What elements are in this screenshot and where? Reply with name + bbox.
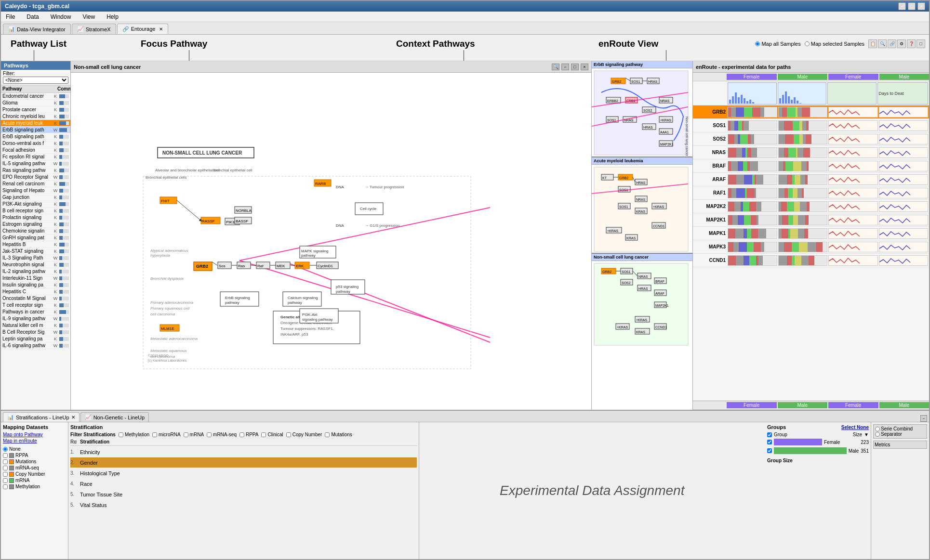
- pathway-item-22[interactable]: Hepatitis B K: [1, 241, 70, 248]
- tool-icon-5[interactable]: ❓: [907, 39, 916, 48]
- pathway-item-28[interactable]: Insulin signaling pa K: [1, 282, 70, 288]
- pathway-item-0[interactable]: Endometrial cancer K: [1, 93, 70, 100]
- separator-option[interactable]: Separator: [875, 431, 925, 437]
- ds-mrnaseq-check[interactable]: [3, 466, 8, 470]
- tool-icon-3[interactable]: 🔗: [888, 39, 896, 48]
- filter-mutations[interactable]: Mutations: [325, 432, 352, 437]
- tool-icon-2[interactable]: 🔍: [878, 39, 887, 48]
- filter-select[interactable]: <None>: [3, 77, 68, 84]
- ds-mutations-check[interactable]: [3, 459, 8, 464]
- pathway-item-1[interactable]: Glioma K: [1, 100, 70, 106]
- filter-mrnaseq[interactable]: mRNA-seq: [207, 432, 237, 437]
- serie-combine-radio[interactable]: [875, 427, 880, 431]
- pathway-item-24[interactable]: IL-3 Signaling Path W: [1, 255, 70, 261]
- menu-file[interactable]: File: [3, 13, 18, 21]
- filter-copynumber[interactable]: Copy Number: [286, 432, 322, 437]
- strat-tab-close[interactable]: ✕: [71, 415, 75, 420]
- sort-size-icon[interactable]: ▼: [864, 432, 869, 437]
- pathway-item-10[interactable]: IL-5 signaling pathw W: [1, 160, 70, 167]
- ds-methylation-check[interactable]: [3, 484, 8, 489]
- pathway-item-25[interactable]: Neurotrophin signal K: [1, 261, 70, 268]
- menu-data[interactable]: Data: [24, 13, 41, 21]
- pathway-item-31[interactable]: T cell receptor sign K: [1, 302, 70, 309]
- tool-icon-1[interactable]: 📋: [868, 39, 877, 48]
- maximize-button[interactable]: □: [908, 2, 916, 10]
- strat-row-0[interactable]: 1. Ethnicity: [70, 447, 417, 457]
- bottom-tab-stratifications[interactable]: 📊 Stratifications - LineUp ✕: [3, 412, 80, 422]
- pathway-item-13[interactable]: Renal cell carcinom K: [1, 181, 70, 187]
- context-item-3-diagram[interactable]: GRB2 SOS1 SOS2 NRAS HRAS BRAF ARAF MAP2K…: [592, 261, 692, 410]
- strat-row-1[interactable]: 2. Gender: [70, 457, 417, 468]
- strat-row-4[interactable]: 5. Tumor Tissue Site: [70, 489, 417, 500]
- ds-copynumber-check[interactable]: [3, 472, 8, 477]
- pathway-item-9[interactable]: Fc epsilon RI signal K: [1, 154, 70, 160]
- pathway-item-34[interactable]: Natural killer cell m K: [1, 322, 70, 329]
- pathway-item-3[interactable]: Chronic myeloid leu K: [1, 113, 70, 120]
- group-female-check[interactable]: [767, 440, 772, 444]
- map-in-enroute-link[interactable]: Map in enRoute: [3, 438, 66, 443]
- pathway-item-17[interactable]: B cell receptor sign K: [1, 208, 70, 214]
- menu-window[interactable]: Window: [48, 13, 74, 21]
- pathway-item-27[interactable]: Interleukin-11 Sign W: [1, 275, 70, 282]
- group-male-check[interactable]: [767, 448, 772, 453]
- tab-entourage[interactable]: 🔗 Entourage ✕: [117, 24, 169, 34]
- pathway-item-8[interactable]: Focal adhesion K: [1, 147, 70, 154]
- filter-methylation[interactable]: Methylation: [119, 432, 149, 437]
- pathway-item-26[interactable]: IL-2 signaling pathw K: [1, 268, 70, 275]
- pathway-item-7[interactable]: Dorso-ventral axis f K: [1, 140, 70, 147]
- strat-row-2[interactable]: 3. Histological Type: [70, 468, 417, 479]
- pathway-item-14[interactable]: Signaling of Hepato W: [1, 187, 70, 194]
- pathway-item-20[interactable]: Chemokine signalin K: [1, 228, 70, 234]
- focus-ctrl-minus[interactable]: −: [561, 64, 569, 70]
- tab-stratomex[interactable]: 📈 StratomeX: [72, 24, 116, 34]
- minimize-button[interactable]: −: [898, 2, 906, 10]
- map-onto-pathway-link[interactable]: Map onto Pathway: [3, 432, 66, 437]
- pathway-item-37[interactable]: IL-6 signaling pathw W: [1, 342, 70, 349]
- map-all-label[interactable]: Map all Samples: [755, 41, 800, 47]
- pathway-item-5[interactable]: ErbB signaling path W: [1, 127, 70, 133]
- focus-ctrl-box[interactable]: □: [571, 64, 579, 70]
- close-button[interactable]: ×: [917, 2, 925, 10]
- map-selected-radio[interactable]: [805, 41, 810, 46]
- bottom-tab-nongenetic[interactable]: 📈 Non-Genetic - LineUp: [80, 412, 149, 422]
- pathway-item-30[interactable]: Oncostatin M Signal W: [1, 295, 70, 302]
- tool-icon-4[interactable]: ⚙: [897, 39, 906, 48]
- pathway-item-33[interactable]: IL-9 signaling pathw W: [1, 315, 70, 322]
- strat-row-5[interactable]: 5. Vital Status: [70, 500, 417, 510]
- pathway-item-15[interactable]: Gap junction K: [1, 194, 70, 201]
- context-item-2-diagram[interactable]: KT GRB2 SOS1 HRAS SOS1 NRAS KRAS +KRAS: [592, 165, 692, 254]
- filter-clinical[interactable]: Clinical: [261, 432, 283, 437]
- ds-rppa-check[interactable]: [3, 453, 8, 458]
- pathway-item-18[interactable]: Prolactin signaling K: [1, 214, 70, 221]
- bottom-minimize-btn[interactable]: −: [920, 415, 927, 422]
- menu-view[interactable]: View: [80, 13, 98, 21]
- metrics-btn[interactable]: Metrics: [873, 441, 927, 449]
- serie-combine-option[interactable]: Serie Combind: [875, 426, 925, 431]
- pathway-item-16[interactable]: PI3K-Akt signaling K: [1, 201, 70, 208]
- pathway-item-12[interactable]: EPO Receptor Signal W: [1, 174, 70, 181]
- ds-mrna-check[interactable]: [3, 478, 8, 483]
- focus-ctrl-search[interactable]: 🔍: [552, 64, 559, 70]
- map-selected-label[interactable]: Map selected Samples: [805, 41, 864, 47]
- separator-radio[interactable]: [875, 432, 880, 437]
- none-radio[interactable]: [3, 447, 8, 452]
- pathway-item-36[interactable]: Leptin signaling pa K: [1, 336, 70, 342]
- pathway-item-2[interactable]: Prostate cancer K: [1, 106, 70, 113]
- strat-row-3[interactable]: 4. Race: [70, 479, 417, 489]
- menu-help[interactable]: Help: [104, 13, 121, 21]
- pathway-item-23[interactable]: Jak-STAT signaling K: [1, 248, 70, 255]
- pathway-item-35[interactable]: B Cell Receptor Sig W: [1, 329, 70, 336]
- focus-ctrl-close[interactable]: ×: [581, 64, 588, 70]
- group-checkbox-all[interactable]: [767, 432, 772, 437]
- pathway-item-29[interactable]: Hepatitis C K: [1, 288, 70, 295]
- map-all-radio[interactable]: [755, 41, 760, 46]
- pathway-item-21[interactable]: GnRH signaling pat K: [1, 234, 70, 241]
- filter-micrornas[interactable]: microRNA: [152, 432, 181, 437]
- pathway-item-11[interactable]: Ras signaling pathw K: [1, 167, 70, 174]
- tab-dataview[interactable]: 📊 Data-View Integrator: [3, 24, 71, 34]
- tool-icon-6[interactable]: □: [917, 39, 925, 48]
- pathway-item-32[interactable]: Pathways in cancer K: [1, 309, 70, 315]
- filter-mrna[interactable]: mRNA: [184, 432, 204, 437]
- pathway-item-19[interactable]: Estrogen signaling K: [1, 221, 70, 228]
- select-none-link[interactable]: Select None: [841, 425, 869, 430]
